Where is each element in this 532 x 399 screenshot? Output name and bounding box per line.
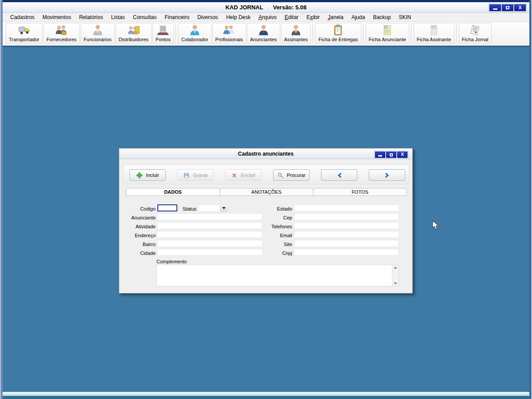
- tab-fotos[interactable]: FOTOS: [313, 188, 407, 196]
- menu-item-listas[interactable]: Listas: [107, 13, 129, 21]
- endereco-input[interactable]: [157, 231, 262, 238]
- tab-dados[interactable]: DADOS: [126, 188, 220, 196]
- telefones-label: Telefones: [260, 223, 292, 230]
- menu-item-help-desk[interactable]: Help Desk: [222, 13, 254, 21]
- toolbar-button-ficha-assinante[interactable]: Ficha Assinante: [414, 23, 454, 43]
- procurar-button[interactable]: Procurar: [273, 169, 309, 181]
- toolbar-button-pontos[interactable]: Pontos: [153, 23, 174, 43]
- telefones-input[interactable]: [294, 222, 399, 229]
- memo-scrollbar[interactable]: [392, 265, 399, 286]
- collaborator-person-icon: [188, 24, 201, 37]
- minimize-button[interactable]: [489, 4, 501, 11]
- anunciante-input[interactable]: [157, 213, 262, 220]
- building-icon: [156, 24, 169, 37]
- atividade-input[interactable]: [157, 222, 262, 229]
- toolbar-button-ficha-anunciante[interactable]: Ficha Anunciante: [366, 23, 409, 43]
- menu-item-exibir[interactable]: Exibir: [302, 13, 324, 21]
- email-input[interactable]: [294, 231, 399, 238]
- status-dropdown-button[interactable]: [220, 205, 227, 211]
- distributors-people-icon: [127, 24, 140, 37]
- menu-item-movimentos[interactable]: Movimentos: [39, 13, 75, 21]
- newspaper-icon: [469, 24, 481, 37]
- codigo-label: Codigo: [123, 206, 156, 212]
- excluir-button[interactable]: Excluir: [225, 169, 262, 181]
- cidade-input[interactable]: [157, 249, 262, 256]
- menu-item-financeiro[interactable]: Financeiro: [160, 13, 193, 21]
- email-label: Email: [260, 232, 292, 239]
- site-label: Site: [260, 241, 292, 247]
- cnpj-input[interactable]: [294, 249, 399, 256]
- toolbar-separator: [411, 23, 412, 43]
- suppliers-people-icon: [55, 24, 68, 37]
- complemento-memo: [156, 265, 399, 286]
- bairro-input[interactable]: [157, 240, 262, 247]
- status-combobox[interactable]: [198, 204, 227, 212]
- estado-input[interactable]: [294, 204, 399, 211]
- close-button[interactable]: X: [514, 4, 526, 11]
- incluir-button[interactable]: Incluir: [129, 169, 166, 181]
- toolbar-button-profissionais[interactable]: Profissionais: [212, 23, 246, 43]
- dialog-title: Cadastro anunciantes: [238, 151, 293, 157]
- plus-icon: [136, 172, 143, 179]
- scroll-up-icon[interactable]: [394, 266, 397, 269]
- site-input[interactable]: [294, 240, 399, 247]
- dialog-maximize-button[interactable]: [386, 152, 396, 158]
- truck-icon: [18, 24, 31, 37]
- toolbar-button-funcionarios[interactable]: Funcionários: [81, 23, 115, 43]
- menu-item-cadastros[interactable]: Cadastros: [6, 13, 39, 21]
- cadastro-anunciantes-dialog: Cadastro anunciantes X Incluir G: [119, 148, 413, 293]
- menu-bar: Cadastros Movimentos Relatórios Listas C…: [3, 13, 529, 22]
- cnpj-label: Cnpj: [260, 250, 292, 256]
- advertiser-person-icon: [257, 24, 270, 37]
- cidade-label: Cidade: [123, 250, 156, 256]
- toolbar-button-fornecedores[interactable]: Fornecedores: [43, 23, 80, 43]
- scroll-down-icon[interactable]: [394, 282, 397, 285]
- status-label: Status: [180, 206, 196, 212]
- menu-item-diversos[interactable]: Diversos: [193, 13, 222, 21]
- toolbar-button-distribuidores[interactable]: Distribuidores: [116, 23, 152, 43]
- maximize-button[interactable]: [502, 4, 513, 11]
- toolbar-separator: [363, 23, 364, 43]
- gravar-button[interactable]: Gravar: [177, 169, 214, 181]
- toolbar-button-ficha-de-entregas[interactable]: Ficha de Entregas: [315, 23, 361, 43]
- menu-item-consultas[interactable]: Consultas: [129, 13, 160, 21]
- bairro-label: Bairro: [123, 241, 156, 247]
- cep-label: Cep: [260, 215, 292, 221]
- complemento-label: Complemento: [156, 258, 210, 265]
- dialog-title-bar[interactable]: Cadastro anunciantes X: [119, 149, 412, 159]
- dialog-minimize-button[interactable]: [375, 152, 385, 158]
- toolbar-button-anunciantes[interactable]: Anunciantes: [247, 23, 280, 43]
- previous-record-button[interactable]: [321, 169, 357, 181]
- atividade-label: Atividade: [123, 223, 156, 230]
- menu-item-arquivo[interactable]: Arquivo: [254, 13, 281, 21]
- menu-item-ajuda[interactable]: Ajuda: [348, 13, 369, 21]
- cep-input[interactable]: [294, 213, 399, 220]
- toolbar-separator: [176, 23, 176, 43]
- clipboard-icon: [332, 24, 344, 37]
- menu-item-editar[interactable]: Editar: [281, 13, 302, 21]
- toolbar-button-ficha-jornal[interactable]: Ficha Jornal: [459, 23, 492, 43]
- window-bottom-edge: [3, 396, 529, 399]
- window-controls: X: [489, 4, 527, 12]
- menu-item-backup[interactable]: Backup: [369, 13, 395, 21]
- subscriber-person-icon: [289, 24, 302, 37]
- tab-anotacoes[interactable]: ANOTAÇÕES: [219, 188, 313, 196]
- dialog-tabs: DADOS ANOTAÇÕES FOTOS: [126, 188, 407, 196]
- menu-item-relatorios[interactable]: Relatórios: [75, 13, 107, 21]
- toolbar-button-transportador[interactable]: Transportador: [6, 23, 43, 43]
- next-record-button[interactable]: [369, 169, 405, 181]
- search-magnifier-icon: [277, 172, 284, 179]
- complemento-textarea[interactable]: [157, 265, 392, 286]
- toolbar-separator: [313, 23, 313, 43]
- toolbar-button-colaborador[interactable]: Colaborador: [178, 23, 211, 43]
- minimize-icon: [378, 155, 382, 156]
- dialog-close-button[interactable]: X: [397, 152, 407, 158]
- menu-item-skin[interactable]: SKIN: [395, 13, 415, 21]
- toolbar-button-assinantes[interactable]: Assinantes: [281, 23, 311, 43]
- title-bar: KAD JORNAL Versão: 5.08 X: [3, 2, 529, 13]
- menu-item-janela[interactable]: Janela: [324, 13, 347, 21]
- estado-label: Estado: [260, 206, 292, 212]
- status-input[interactable]: [199, 205, 220, 211]
- toolbar-separator: [456, 23, 457, 43]
- codigo-input[interactable]: [157, 204, 177, 211]
